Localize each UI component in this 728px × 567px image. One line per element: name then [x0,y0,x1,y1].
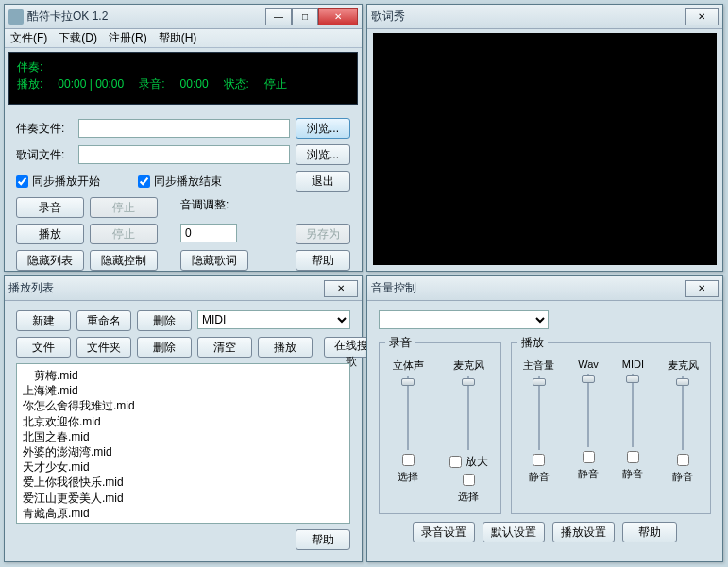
list-item[interactable]: 爱上你我很快乐.mid [23,475,344,490]
browse-accomp-button[interactable]: 浏览... [296,118,350,139]
record-time: 00:00 [180,75,209,92]
play-label: 播放: [17,75,42,92]
accomp-file-label: 伴奏文件: [16,121,73,137]
lyric-display [373,33,717,265]
maximize-button[interactable]: □ [292,8,318,25]
list-item[interactable]: 你怎么舍得我难过.mid [23,398,344,413]
mic-slider[interactable] [460,376,477,450]
playlist-window: 播放列表 ✕ 新建 重命名 删除 MIDI 文件 文件夹 删除 清空 播放 在线… [4,275,363,562]
mic2-label: 麦克风 [668,359,699,373]
sync-start-checkbox[interactable]: 同步播放开始 [16,174,100,190]
volume-help-button[interactable]: 帮助 [622,522,677,542]
list-item[interactable]: 爱江山更爱美人.mid [23,491,344,506]
file-button[interactable]: 文件 [16,337,71,358]
save-as-button[interactable]: 另存为 [296,224,350,244]
stop-play-button[interactable]: 停止 [90,224,158,244]
help-button[interactable]: 帮助 [296,250,350,271]
lyric-file-label: 歌词文件: [16,147,73,163]
folder-button[interactable]: 文件夹 [76,337,131,358]
device-select[interactable] [379,310,549,329]
volume-title: 音量控制 [371,280,685,296]
pitch-input[interactable] [180,224,237,242]
menu-file[interactable]: 文件(F) [10,30,47,46]
mic2-slider[interactable] [674,376,691,450]
rename-button[interactable]: 重命名 [76,310,131,331]
format-select[interactable]: MIDI [197,310,350,329]
clear-button[interactable]: 清空 [197,337,252,358]
playlist-title: 播放列表 [8,280,324,296]
list-item[interactable]: 天才少女.mid [23,459,344,475]
exit-button[interactable]: 退出 [296,171,350,192]
record-button[interactable]: 录音 [16,197,84,218]
wav-slider[interactable] [580,374,597,447]
stereo-select-check[interactable] [402,454,415,466]
lyric-close-button[interactable]: ✕ [685,8,719,25]
browse-lyric-button[interactable]: 浏览... [296,144,350,165]
rec-settings-button[interactable]: 录音设置 [413,522,475,542]
accomp-label: 伴奏: [17,58,349,75]
list-item[interactable]: 北京欢迎你.mid [23,414,344,429]
play-time: 00:00 | 00:00 [58,75,124,92]
status-value: 停止 [264,75,287,92]
menu-download[interactable]: 下载(D) [59,30,97,46]
lyric-titlebar: 歌词秀 ✕ [367,5,722,29]
play-list-button[interactable]: 播放 [258,337,313,358]
main-title: 酷符卡拉OK 1.2 [27,8,265,25]
status-display: 伴奏: 播放: 00:00 | 00:00 录音: 00:00 状态: 停止 [8,52,358,105]
playlist-close-button[interactable]: ✕ [324,280,358,297]
wav-label: Wav [578,359,599,370]
play-group: 播放 主音量 静音 Wav 静音 MIDI [511,335,711,514]
menu-help[interactable]: 帮助(H) [159,30,197,46]
midi-mute-label: 静音 [622,467,643,481]
volume-close-button[interactable]: ✕ [685,280,719,297]
lyric-title: 歌词秀 [371,8,685,25]
midi-label: MIDI [622,359,644,370]
list-item[interactable]: 北国之春.mid [23,429,344,444]
hide-lyric-button[interactable]: 隐藏歌词 [180,250,248,271]
lyric-file-input[interactable] [78,145,290,164]
list-item[interactable]: 上海滩.mid [23,383,344,398]
master-slider[interactable] [531,376,548,450]
play-button[interactable]: 播放 [16,224,84,244]
menu-register[interactable]: 注册(R) [109,30,147,46]
stop-record-button[interactable]: 停止 [90,197,158,218]
mic2-mute-label: 静音 [672,470,693,484]
new-button[interactable]: 新建 [16,310,71,331]
default-settings-button[interactable]: 默认设置 [483,522,545,542]
delete2-button[interactable]: 删除 [137,337,192,358]
wav-mute-check[interactable] [583,451,595,463]
status-label: 状态: [224,75,249,92]
list-item[interactable]: 青藏高原.mid [23,506,344,521]
pitch-label: 音调调整: [180,197,237,218]
record-legend: 录音 [385,335,415,351]
playlist-titlebar: 播放列表 ✕ [5,276,362,301]
playlist-help-button[interactable]: 帮助 [296,529,350,550]
hide-ctrl-button[interactable]: 隐藏控制 [90,250,158,271]
list-item[interactable]: 外婆的澎湖湾.mid [23,444,344,459]
volume-window: 音量控制 ✕ 录音 立体声 选择 麦克风 放大 [366,275,723,562]
mic-select-label: 选择 [458,490,479,504]
mic-select-check[interactable] [463,474,475,486]
close-button[interactable]: ✕ [318,8,358,25]
app-icon [8,9,24,25]
midi-slider[interactable] [624,374,641,447]
stereo-slider[interactable] [399,376,416,450]
main-titlebar: 酷符卡拉OK 1.2 — □ ✕ [5,5,362,29]
delete-button[interactable]: 删除 [137,310,192,331]
minimize-button[interactable]: — [265,8,292,25]
master-mute-label: 静音 [529,470,550,484]
amplify-checkbox[interactable]: 放大 [449,454,488,470]
stereo-select-label: 选择 [398,470,418,484]
record-group: 录音 立体声 选择 麦克风 放大 选择 [379,335,501,514]
master-mute-check[interactable] [533,454,545,466]
sync-end-checkbox[interactable]: 同步播放结束 [138,174,222,190]
accomp-file-input[interactable] [78,119,290,138]
mic2-mute-check[interactable] [677,454,689,466]
playlist-listbox[interactable]: 一剪梅.mid上海滩.mid你怎么舍得我难过.mid北京欢迎你.mid北国之春.… [16,363,350,524]
mic-label: 麦克风 [453,359,484,373]
midi-mute-check[interactable] [627,451,639,463]
list-item[interactable]: 一剪梅.mid [23,368,344,383]
play-settings-button[interactable]: 播放设置 [552,522,615,542]
volume-titlebar: 音量控制 ✕ [367,276,722,301]
hide-list-button[interactable]: 隐藏列表 [16,250,84,271]
